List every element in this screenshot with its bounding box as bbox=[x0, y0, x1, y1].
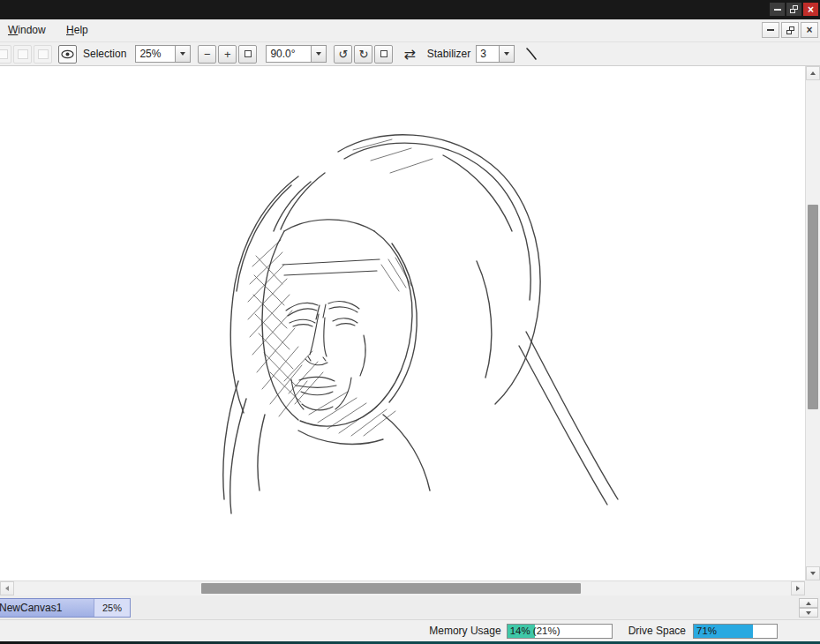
rotation-reset-button[interactable] bbox=[374, 45, 393, 64]
zoom-out-button[interactable]: − bbox=[198, 45, 216, 64]
canvas-tab-title: NewCanvas1 bbox=[0, 602, 62, 614]
sketch-drawing bbox=[0, 66, 805, 580]
menu-help[interactable]: Help bbox=[58, 19, 98, 40]
tab-scroll-buttons bbox=[799, 598, 818, 618]
menu-bar: Window Help × bbox=[0, 19, 820, 42]
stabilizer-dropdown-button[interactable] bbox=[500, 45, 515, 63]
drive-space-value: 71% bbox=[696, 625, 717, 638]
scrollbar-corner bbox=[805, 580, 820, 595]
toolbar: Selection 25% − + 90.0° ↺ ↻ ⇄ Stabilizer… bbox=[0, 42, 820, 66]
selection-visibility-button[interactable] bbox=[58, 45, 77, 64]
rotate-ccw-button[interactable]: ↺ bbox=[334, 45, 352, 64]
zoom-combo: 25% bbox=[135, 45, 191, 63]
canvas-tab-zoom: 25% bbox=[94, 599, 130, 617]
history-button-2 bbox=[13, 45, 32, 64]
horizontal-scrollbar[interactable] bbox=[0, 580, 805, 595]
scroll-left-button[interactable] bbox=[0, 581, 14, 595]
zoom-button-group: − + bbox=[196, 45, 257, 64]
canvas-tab[interactable]: NewCanvas1 25% bbox=[0, 598, 131, 618]
drawing-canvas[interactable] bbox=[0, 66, 805, 580]
mdi-window-controls: × bbox=[762, 22, 818, 38]
chevron-down-icon bbox=[316, 52, 321, 56]
chevron-down-icon bbox=[180, 52, 185, 56]
eye-icon bbox=[61, 49, 74, 59]
scroll-down-button[interactable] bbox=[806, 566, 820, 580]
rotate-cw-button[interactable]: ↻ bbox=[354, 45, 372, 64]
memory-usage-label: Memory Usage bbox=[429, 625, 500, 637]
memory-usage-value: 14% (21%) bbox=[510, 625, 560, 638]
drive-space-label: Drive Space bbox=[628, 625, 686, 637]
mdi-minimize-button[interactable] bbox=[762, 22, 779, 38]
drive-space-bar: 71% bbox=[693, 624, 778, 639]
arrow-up-icon bbox=[806, 602, 811, 605]
disabled-icon bbox=[38, 49, 49, 59]
brush-stroke-icon[interactable] bbox=[523, 46, 539, 62]
close-button[interactable]: × bbox=[803, 3, 818, 16]
disabled-icon bbox=[18, 49, 28, 59]
minimize-button[interactable] bbox=[770, 3, 785, 16]
horizontal-scrollbar-thumb[interactable] bbox=[201, 583, 581, 594]
arrow-right-icon bbox=[796, 586, 800, 591]
minimize-icon bbox=[774, 9, 781, 11]
square-icon bbox=[380, 50, 387, 57]
stabilizer-value-field[interactable]: 3 bbox=[476, 45, 500, 63]
arrow-up-icon bbox=[810, 71, 816, 75]
close-icon: × bbox=[808, 4, 814, 15]
scroll-right-button[interactable] bbox=[791, 581, 805, 595]
zoom-reset-button[interactable] bbox=[238, 45, 257, 64]
rotation-combo: 90.0° bbox=[266, 45, 327, 63]
mdi-restore-button[interactable] bbox=[781, 22, 799, 38]
tab-scroll-down-button[interactable] bbox=[799, 608, 818, 618]
title-bar: × bbox=[0, 0, 820, 19]
chevron-down-icon bbox=[504, 52, 509, 56]
mdi-close-button[interactable]: × bbox=[801, 22, 818, 38]
rotation-button-group: ↺ ↻ bbox=[332, 45, 393, 64]
application-window: × Window Help × Selection 25% − + bbox=[0, 0, 820, 644]
selection-label: Selection bbox=[83, 48, 126, 60]
tab-scroll-up-button[interactable] bbox=[799, 598, 818, 608]
zoom-dropdown-button[interactable] bbox=[176, 45, 191, 63]
rotation-value-field[interactable]: 90.0° bbox=[266, 45, 312, 63]
zoom-value-field[interactable]: 25% bbox=[135, 45, 176, 63]
vertical-scrollbar[interactable] bbox=[805, 66, 820, 580]
arrow-left-icon bbox=[5, 586, 9, 591]
scroll-up-button[interactable] bbox=[806, 66, 820, 80]
history-button-1 bbox=[0, 45, 11, 64]
square-icon bbox=[244, 50, 252, 57]
rotation-dropdown-button[interactable] bbox=[312, 45, 327, 63]
status-bar: Memory Usage 14% (21%) Drive Space 71% bbox=[0, 619, 820, 641]
vertical-scrollbar-thumb[interactable] bbox=[808, 205, 818, 409]
restore-button[interactable] bbox=[786, 3, 801, 16]
close-icon: × bbox=[806, 25, 812, 35]
canvas-tab-bar: NewCanvas1 25% bbox=[0, 595, 820, 619]
diagonal-stroke-icon bbox=[523, 46, 539, 62]
restore-icon bbox=[790, 5, 798, 13]
disabled-icon bbox=[0, 49, 8, 59]
arrow-down-icon bbox=[806, 611, 811, 615]
stabilizer-label: Stabilizer bbox=[427, 48, 470, 60]
zoom-in-button[interactable]: + bbox=[218, 45, 237, 64]
window-controls: × bbox=[770, 3, 818, 16]
restore-icon bbox=[786, 26, 794, 34]
minimize-icon bbox=[767, 29, 774, 31]
stabilizer-combo: 3 bbox=[476, 45, 515, 63]
flip-horizontal-icon[interactable]: ⇄ bbox=[403, 46, 415, 63]
sketch-face bbox=[282, 259, 380, 410]
memory-usage-bar: 14% (21%) bbox=[507, 624, 613, 639]
history-button-3 bbox=[34, 45, 52, 64]
menu-window[interactable]: Window bbox=[0, 19, 56, 40]
arrow-down-icon bbox=[810, 572, 816, 575]
